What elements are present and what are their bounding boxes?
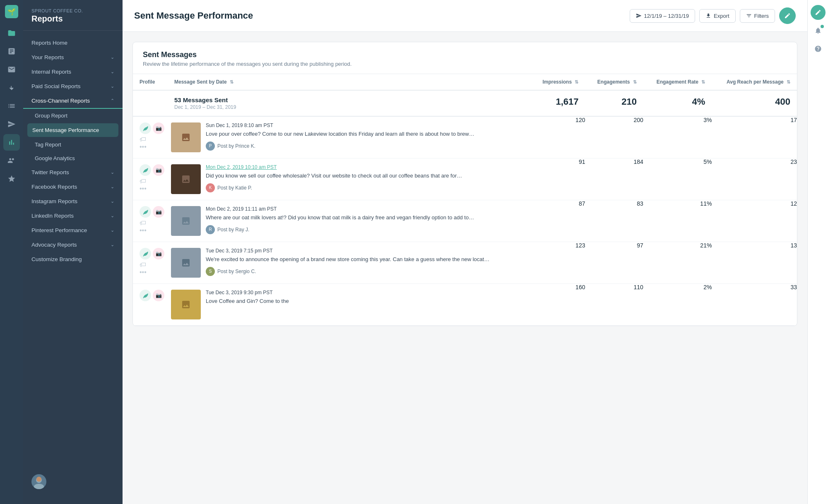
author-name: Post by Ray J.	[217, 227, 249, 233]
tag-icon[interactable]: 🏷	[133, 176, 168, 185]
nav-pinterest[interactable]: Pinterest Performance ⌄	[23, 223, 123, 238]
cross-channel-subnav: Group Report Sent Message Performance Ta…	[23, 109, 123, 165]
nav-your-reports[interactable]: Your Reports ⌄	[23, 50, 123, 65]
more-icon[interactable]: •••	[133, 185, 168, 197]
rail-folder-icon[interactable]	[3, 25, 20, 41]
compose-button[interactable]	[779, 7, 796, 24]
message-content: Tue Dec 3, 2019 9:30 pm PST Love Coffee …	[171, 290, 524, 319]
card-header: Sent Messages Review the lifetime perfor…	[133, 42, 797, 74]
col-engagement-rate[interactable]: Engagement Rate ⇅	[643, 74, 712, 90]
tag-icon[interactable]: 🏷	[133, 259, 168, 269]
row-engagement-rate: 21%	[643, 242, 712, 284]
more-icon[interactable]: •••	[133, 227, 168, 239]
instagram-icon: 📷	[153, 248, 164, 259]
rail-reports-icon[interactable]	[3, 43, 20, 60]
export-label: Export	[714, 13, 729, 19]
subnav-google-analytics[interactable]: Google Analytics	[23, 151, 123, 165]
chevron-up-icon: ⌃	[111, 98, 114, 103]
col-avg-reach[interactable]: Avg Reach per Message ⇅	[712, 74, 797, 90]
message-content: Mon Dec 2, 2019 10:10 am PST Did you kno…	[171, 164, 524, 194]
message-text-wrap: Tue Dec 3, 2019 9:30 pm PST Love Coffee …	[206, 290, 524, 305]
row-engagements: 110	[585, 284, 643, 326]
user-avatar[interactable]	[31, 474, 46, 489]
messages-sent-count: 53 Messages Sent	[174, 96, 524, 103]
help-icon[interactable]	[811, 41, 826, 56]
summary-impressions: 1,617	[531, 90, 585, 116]
col-engagements[interactable]: Engagements ⇅	[585, 74, 643, 90]
chevron-down-icon: ⌄	[111, 199, 114, 204]
message-content: Sun Dec 1, 2019 8:10 am PST Love pour ov…	[171, 122, 524, 152]
message-date[interactable]: Mon Dec 2, 2019 10:10 am PST	[206, 164, 524, 170]
tag-icon[interactable]: 🏷	[133, 134, 168, 143]
message-text-wrap: Tue Dec 3, 2019 7:15 pm PST We're excite…	[206, 248, 524, 276]
table-row: 📷 Tue Dec 3, 2019 9:30 pm PST	[133, 284, 797, 326]
message-date: Sun Dec 1, 2019 8:10 am PST	[206, 122, 524, 128]
rail-list-icon[interactable]	[3, 98, 20, 114]
more-icon[interactable]: •••	[133, 143, 168, 156]
nav-paid-social[interactable]: Paid Social Reports ⌄	[23, 79, 123, 94]
date-range-button[interactable]: 12/1/19 – 12/31/19	[630, 9, 695, 23]
col-impressions[interactable]: Impressions ⇅	[531, 74, 585, 90]
profile-icons: 📷	[133, 117, 168, 134]
row-impressions: 123	[531, 242, 585, 284]
date-range-label: 12/1/19 – 12/31/19	[644, 13, 689, 19]
message-body: We're excited to announce the opening of…	[206, 255, 524, 264]
notifications-icon[interactable]	[811, 23, 826, 38]
content-area: Sent Messages Review the lifetime perfor…	[123, 32, 807, 504]
rail-pin-icon[interactable]	[3, 79, 20, 96]
compose-rail-icon[interactable]	[811, 5, 826, 20]
chevron-down-icon: ⌄	[111, 55, 114, 60]
export-button[interactable]: Export	[699, 9, 736, 23]
author-avatar: S	[206, 267, 215, 276]
more-icon[interactable]: •••	[133, 269, 168, 281]
rail-send-icon[interactable]	[3, 116, 20, 132]
instagram-icon: 📷	[153, 206, 164, 218]
rail-users-icon[interactable]	[3, 152, 20, 169]
row-avg-reach: 23	[712, 158, 797, 200]
rail-star-icon[interactable]	[3, 170, 20, 187]
row-engagements: 200	[585, 116, 643, 158]
message-text-wrap: Sun Dec 1, 2019 8:10 am PST Love pour ov…	[206, 122, 524, 151]
col-message-date[interactable]: Message Sent by Date ⇅	[168, 74, 531, 90]
message-author: K Post by Katie P.	[206, 183, 524, 192]
nav-twitter-reports[interactable]: Twitter Reports ⌄	[23, 165, 123, 180]
message-body: Love pour over coffee? Come to our new L…	[206, 130, 524, 138]
subnav-tag-report[interactable]: Tag Report	[23, 138, 123, 151]
filters-button[interactable]: Filters	[740, 9, 775, 23]
message-date: Tue Dec 3, 2019 9:30 pm PST	[206, 290, 524, 295]
sort-icon: ⇅	[701, 79, 705, 85]
subnav-sent-message[interactable]: Sent Message Performance	[27, 123, 118, 137]
chevron-down-icon: ⌄	[111, 69, 114, 74]
tag-icon[interactable]: 🏷	[133, 218, 168, 227]
rail-inbox-icon[interactable]	[3, 61, 20, 78]
table-row: 📷 🏷 •••	[133, 200, 797, 242]
row-engagement-rate: 3%	[643, 116, 712, 158]
message-thumbnail	[171, 122, 201, 152]
subnav-group-report[interactable]: Group Report	[23, 109, 123, 122]
instagram-icon: 📷	[153, 290, 164, 301]
table-row: 📷 🏷 •••	[133, 242, 797, 284]
nav-linkedin-reports[interactable]: LinkedIn Reports ⌄	[23, 209, 123, 223]
nav-instagram-reports[interactable]: Instagram Reports ⌄	[23, 194, 123, 209]
author-name: Post by Sergio C.	[217, 269, 256, 274]
chevron-down-icon: ⌄	[111, 242, 114, 247]
author-avatar: K	[206, 183, 215, 192]
nav-customize-branding[interactable]: Customize Branding	[23, 252, 123, 266]
rail-analytics-icon[interactable]	[3, 134, 20, 151]
chevron-down-icon: ⌄	[111, 84, 114, 89]
nav-internal-reports[interactable]: Internal Reports ⌄	[23, 65, 123, 79]
table-row: 📷 🏷 •••	[133, 158, 797, 200]
profile-icons: 📷	[133, 200, 168, 218]
summary-engagement-rate: 4%	[643, 90, 712, 116]
app-logo[interactable]: 🌱	[5, 5, 18, 18]
sprout-icon	[140, 206, 151, 218]
sort-icon: ⇅	[575, 79, 578, 85]
nav-advocacy-reports[interactable]: Advocacy Reports ⌄	[23, 238, 123, 252]
nav-reports-home[interactable]: Reports Home	[23, 36, 123, 50]
chevron-down-icon: ⌄	[111, 170, 114, 175]
nav-cross-channel[interactable]: Cross-Channel Reports ⌃	[23, 94, 123, 109]
message-date: Tue Dec 3, 2019 7:15 pm PST	[206, 248, 524, 254]
nav-facebook-reports[interactable]: Facebook Reports ⌄	[23, 180, 123, 194]
summary-date-range: Dec 1, 2019 – Dec 31, 2019	[174, 104, 524, 110]
message-text-wrap: Mon Dec 2, 2019 11:11 am PST Where are o…	[206, 206, 524, 234]
